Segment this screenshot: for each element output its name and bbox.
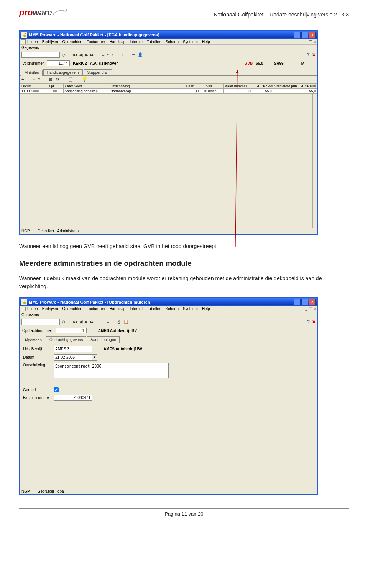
menu-systeem[interactable]: Systeem — [183, 40, 198, 44]
col-ehcp-nieuw[interactable]: E-HCP Nieuw — [297, 84, 317, 89]
nav-first-icon[interactable]: ⏮ — [73, 320, 77, 324]
close-record-icon[interactable]: ✕ — [312, 319, 316, 325]
mutations-grid[interactable]: Datum Tijd Kaart Soort Omschrijving Baan… — [20, 83, 317, 228]
volgnr-label: Volgnummer — [22, 61, 44, 65]
tab-aantekeningen[interactable]: Aantekeningen — [87, 336, 120, 343]
menu-scherm[interactable]: Scherm — [166, 307, 179, 311]
col-ehcp-voor[interactable]: E-HCP Voor — [253, 84, 273, 89]
mdi-minimize-icon[interactable]: _ — [306, 307, 308, 311]
close-icon[interactable]: × — [309, 299, 316, 305]
help-icon[interactable]: ? — [307, 52, 310, 57]
tab-algemeen[interactable]: Algemeen — [21, 337, 45, 343]
menu-systeem[interactable]: Systeem — [183, 307, 198, 311]
edit-icon[interactable]: ~ — [107, 52, 109, 57]
menu-leden[interactable]: Leden — [27, 307, 38, 311]
menu-factureren[interactable]: Factureren — [87, 307, 105, 311]
nav-first-icon[interactable]: ⏮ — [73, 52, 77, 57]
mdi-restore-icon[interactable]: ❐ — [309, 307, 312, 311]
help-icon[interactable]: ? — [307, 319, 310, 325]
grid-refresh-icon[interactable]: ⟳ — [56, 77, 59, 82]
scrollbar-vertical[interactable] — [312, 94, 317, 228]
plus-icon[interactable]: + — [122, 52, 124, 57]
menu-tabellen[interactable]: Tabellen — [147, 307, 161, 311]
omschrijving-label: Omschrijving — [23, 363, 54, 367]
mdi-close-icon[interactable]: × — [314, 40, 316, 44]
maximize-icon[interactable]: □ — [301, 32, 308, 38]
mdi-minimize-icon[interactable]: _ — [306, 40, 308, 44]
grid-remove-icon[interactable]: – — [27, 77, 29, 82]
col-tijd[interactable]: Tijd — [47, 84, 63, 89]
menu-bedrijven[interactable]: Bedrijven — [42, 40, 58, 44]
close-record-icon[interactable]: ✕ — [312, 52, 316, 57]
maximize-icon[interactable]: □ — [301, 299, 308, 305]
plus-icon[interactable]: + — [102, 320, 104, 324]
minimize-icon[interactable]: _ — [294, 32, 301, 38]
factuurnr-input[interactable] — [54, 395, 92, 401]
lid-input[interactable] — [54, 346, 92, 352]
col-stableford[interactable]: Stableford punten — [273, 84, 297, 89]
col-omschrijving[interactable]: Omschrijving — [108, 84, 185, 89]
lid-naam: AMES Autobedrijf BV — [104, 347, 142, 351]
grid-copy-icon[interactable]: 📋 — [68, 77, 73, 82]
grid-edit-icon[interactable]: ~ — [33, 77, 35, 82]
nav-prev-icon[interactable]: ◀ — [79, 319, 82, 324]
lid-lookup-button[interactable]: … — [92, 346, 98, 352]
copy-icon[interactable]: 📋 — [123, 319, 129, 324]
search-input[interactable] — [21, 52, 60, 58]
card-icon[interactable]: ▭ — [131, 52, 135, 57]
col-datum[interactable]: Datum — [20, 84, 47, 89]
diamond-icon[interactable]: ◇ — [62, 319, 65, 324]
menu-help[interactable]: Help — [202, 307, 210, 311]
mdi-app-icon — [21, 307, 26, 311]
minimize-icon[interactable]: _ — [294, 299, 301, 305]
diamond-icon[interactable]: ◇ — [62, 52, 65, 57]
col-baan[interactable]: Baan — [185, 84, 202, 89]
menu-handicap[interactable]: Handicap — [109, 40, 125, 44]
window-opdrachten: ⛳ MMS Proware - Nationaal Golf Pakket - … — [19, 297, 318, 495]
print-icon[interactable]: 🖨 — [117, 320, 121, 324]
menu-internet[interactable]: Internet — [130, 40, 143, 44]
menu-opdrachten[interactable]: Opdrachten — [62, 307, 82, 311]
nav-prev-icon[interactable]: ◀ — [79, 52, 82, 57]
menu-bedrijven[interactable]: Bedrijven — [42, 307, 58, 311]
grid-cancel-icon[interactable]: × — [38, 77, 40, 82]
titlebar[interactable]: ⛳ MMS Proware - Nationaal Golf Pakket - … — [20, 31, 317, 39]
mdi-restore-icon[interactable]: ❐ — [309, 40, 312, 44]
grid-doc-icon[interactable]: 🗎 — [49, 77, 53, 82]
menu-help[interactable]: Help — [202, 40, 210, 44]
col-holes[interactable]: Holes — [202, 84, 223, 89]
tab-opdracht-gegevens[interactable]: Opdracht gegevens — [46, 336, 86, 343]
col-kaartsoort[interactable]: Kaart Soort — [63, 84, 108, 89]
mdi-close-icon[interactable]: × — [314, 307, 316, 311]
nav-last-icon[interactable]: ⏭ — [90, 320, 94, 324]
menu-scherm[interactable]: Scherm — [166, 40, 179, 44]
menu-tabellen[interactable]: Tabellen — [147, 40, 161, 44]
gereed-checkbox[interactable] — [54, 387, 59, 392]
tab-stappenplan[interactable]: Stappenplan — [84, 69, 112, 75]
titlebar[interactable]: ⛳ MMS Proware - Nationaal Golf Pakket - … — [20, 298, 317, 306]
nav-last-icon[interactable]: ⏭ — [90, 52, 94, 57]
close-icon[interactable]: × — [309, 32, 316, 38]
person-icon[interactable]: 👤 — [138, 52, 143, 57]
datum-input[interactable] — [54, 354, 92, 361]
bulb-icon[interactable]: 💡 — [82, 77, 87, 82]
date-dropdown-icon[interactable]: ▼ — [92, 354, 97, 361]
nav-next-icon[interactable]: ▶ — [85, 52, 88, 57]
menu-internet[interactable]: Internet — [130, 307, 143, 311]
table-row[interactable]: 11-11-2008 00:00 Aanpassing handicap Sta… — [20, 89, 317, 94]
tab-handicapgegevens[interactable]: Handicapgegevens — [43, 69, 83, 75]
menu-factureren[interactable]: Factureren — [87, 40, 105, 44]
minus-icon[interactable]: – — [102, 52, 104, 57]
cancel-icon[interactable]: × — [112, 52, 114, 57]
menu-handicap[interactable]: Handicap — [109, 307, 125, 311]
search-input[interactable] — [21, 319, 60, 325]
menu-opdrachten[interactable]: Opdrachten — [62, 40, 82, 44]
nav-next-icon[interactable]: ▶ — [85, 319, 88, 324]
tab-mutaties[interactable]: Mutaties — [21, 70, 43, 76]
minus-icon[interactable]: – — [107, 320, 109, 324]
grid-add-icon[interactable]: + — [21, 77, 24, 82]
omschrijving-input[interactable]: Sponsorcontract 2006 — [54, 363, 169, 378]
menu-leden[interactable]: Leden — [27, 40, 38, 44]
col-kaartnummer[interactable]: Kaart nummer — [223, 84, 245, 89]
col-q[interactable]: 0 — [245, 84, 253, 89]
